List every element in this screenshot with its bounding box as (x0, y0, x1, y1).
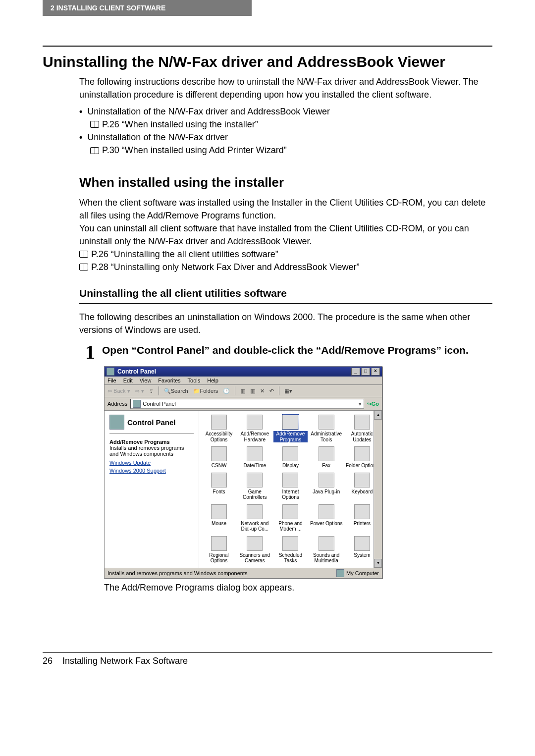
cp-item-icon (282, 504, 298, 519)
cp-item-icon (354, 446, 370, 461)
views-button[interactable]: ▦▾ (284, 388, 292, 394)
cp-item-label: Fax (310, 463, 343, 469)
menu-edit[interactable]: Edit (123, 378, 133, 383)
cp-item-label: Internet Options (273, 489, 307, 500)
address-input[interactable]: Control Panel ▾ (130, 399, 364, 409)
undo-icon[interactable]: ↶ (269, 388, 274, 394)
control-panel-icon (133, 400, 141, 408)
step-number: 1 (85, 343, 95, 361)
status-bar: Installs and removes programs and Window… (105, 568, 382, 578)
link-windows-support[interactable]: Windows 2000 Support (109, 468, 194, 474)
book-icon (79, 251, 88, 258)
cp-item-label: Sounds and Multimedia (310, 552, 343, 564)
step-text: Open “Control Panel” and double-click th… (102, 343, 469, 361)
search-button[interactable]: 🔍Search (164, 388, 188, 394)
menu-bar: File Edit View Favorites Tools Help (105, 377, 382, 385)
control-panel-large-icon (109, 415, 124, 430)
cp-icon-item[interactable]: CSNW (202, 446, 236, 469)
maximize-button[interactable]: □ (361, 368, 370, 376)
back-button[interactable]: ⇦ Back ▾ (107, 388, 130, 394)
bullet-ref: P.26 “When installed using the installer… (90, 118, 492, 131)
minimize-button[interactable]: _ (351, 368, 360, 376)
menu-tools[interactable]: Tools (188, 378, 201, 383)
cp-icon-item[interactable]: Fax (310, 446, 343, 469)
cp-item-icon (282, 473, 298, 487)
cp-icon-item[interactable]: Scanners and Cameras (238, 536, 271, 564)
cp-icon-item[interactable]: Display (273, 446, 307, 469)
selected-item-desc: Installs and removes programs and Window… (109, 445, 194, 457)
cp-icon-item[interactable]: Game Controllers (238, 473, 271, 500)
cp-icon-item[interactable]: Add/Remove Programs (273, 415, 307, 442)
cp-item-label: Mouse (202, 521, 236, 527)
close-button[interactable]: × (371, 368, 380, 376)
window-titlebar[interactable]: Control Panel _ □ × (105, 367, 382, 377)
dropdown-icon[interactable]: ▾ (359, 401, 362, 407)
cp-item-icon (247, 415, 263, 430)
go-button[interactable]: ↪Go (367, 401, 379, 407)
page-number: 26 (43, 656, 53, 666)
bullet-text: Uninstallation of the N/W-Fax driver (87, 131, 228, 144)
cp-icon-item[interactable]: Mouse (202, 504, 236, 532)
status-text: Installs and removes programs and Window… (107, 570, 247, 576)
cp-item-label: Regional Options (202, 552, 236, 564)
cp-icon-item[interactable]: Power Options (310, 504, 343, 532)
forward-button[interactable]: ⇨ ▾ (135, 388, 144, 394)
ref-text: P.28 “Uninstalling only Network Fax Dive… (91, 261, 360, 273)
heading-2: When installed using the installer (79, 175, 492, 190)
heading-3: Uninstalling the all client utilities so… (79, 287, 492, 304)
scroll-up-icon[interactable]: ▴ (374, 411, 382, 420)
vertical-scrollbar[interactable]: ▴ ▾ (374, 411, 382, 568)
window-title: Control Panel (117, 368, 156, 375)
cp-item-icon (319, 504, 334, 519)
cp-item-label: Game Controllers (238, 489, 271, 500)
cp-item-icon (319, 473, 334, 487)
cp-icon-item[interactable]: Scheduled Tasks (273, 536, 307, 564)
ref-line: P.26 “Uninstalling the all client utilit… (79, 248, 492, 273)
ref-text: P.26 “When installed using the installer… (102, 118, 258, 131)
cp-icon-item[interactable]: Fonts (202, 473, 236, 500)
bullet-ref: P.30 “When installed using Add Printer W… (90, 144, 492, 157)
folders-button[interactable]: 📁Folders (193, 388, 218, 394)
scroll-down-icon[interactable]: ▾ (374, 559, 382, 568)
cp-item-icon (211, 536, 227, 551)
page-footer: 26 Installing Network Fax Software (43, 652, 492, 666)
cp-icon-item[interactable]: Accessibility Options (202, 415, 236, 442)
link-windows-update[interactable]: Windows Update (109, 460, 194, 466)
cp-item-label: Accessibility Options (202, 431, 236, 442)
cp-icon-item[interactable]: Phone and Modem ... (273, 504, 307, 532)
cp-item-icon (211, 504, 227, 519)
menu-view[interactable]: View (140, 378, 152, 383)
cp-icon-item[interactable]: Internet Options (273, 473, 307, 500)
cp-icon-item[interactable]: Regional Options (202, 536, 236, 564)
selected-item-name: Add/Remove Programs (109, 439, 194, 445)
figure-caption: The Add/Remove Programs dialog box appea… (104, 583, 492, 593)
info-pane: Control Panel Add/Remove Programs Instal… (105, 411, 199, 568)
menu-help[interactable]: Help (207, 378, 218, 383)
cp-icon-item[interactable]: Sounds and Multimedia (310, 536, 343, 564)
ref-text: P.26 “Uninstalling the all client utilit… (91, 248, 278, 261)
menu-file[interactable]: File (107, 378, 116, 383)
menu-favorites[interactable]: Favorites (158, 378, 180, 383)
cp-item-label: Display (273, 463, 307, 469)
status-location: My Computer (346, 570, 379, 576)
cp-item-label: Add/Remove Programs (273, 431, 307, 442)
cp-item-icon (354, 536, 370, 551)
cp-item-icon (319, 446, 334, 461)
delete-icon[interactable]: ✕ (260, 388, 265, 394)
cp-item-icon (354, 473, 370, 487)
address-label: Address (107, 401, 127, 407)
cp-icon-item[interactable]: Add/Remove Hardware (238, 415, 271, 442)
cp-icon-item[interactable]: Administrative Tools (310, 415, 343, 442)
body-paragraph: The following describes an uninstallatio… (79, 311, 492, 336)
copy-to-icon[interactable]: ▥ (250, 388, 255, 394)
heading-1: Uninstalling the N/W-Fax driver and Addr… (43, 54, 492, 70)
history-button[interactable]: 🕒 (223, 388, 230, 394)
cp-icon-item[interactable]: Network and Dial-up Co... (238, 504, 271, 532)
cp-icon-item[interactable]: Java Plug-in (310, 473, 343, 500)
cp-item-label: Scheduled Tasks (273, 552, 307, 564)
cp-item-icon (247, 536, 263, 551)
cp-icon-item[interactable]: Date/Time (238, 446, 271, 469)
up-button[interactable]: ⇪ (149, 388, 154, 394)
move-to-icon[interactable]: ▥ (240, 388, 245, 394)
body-paragraph: When the client software was installed u… (79, 196, 492, 222)
